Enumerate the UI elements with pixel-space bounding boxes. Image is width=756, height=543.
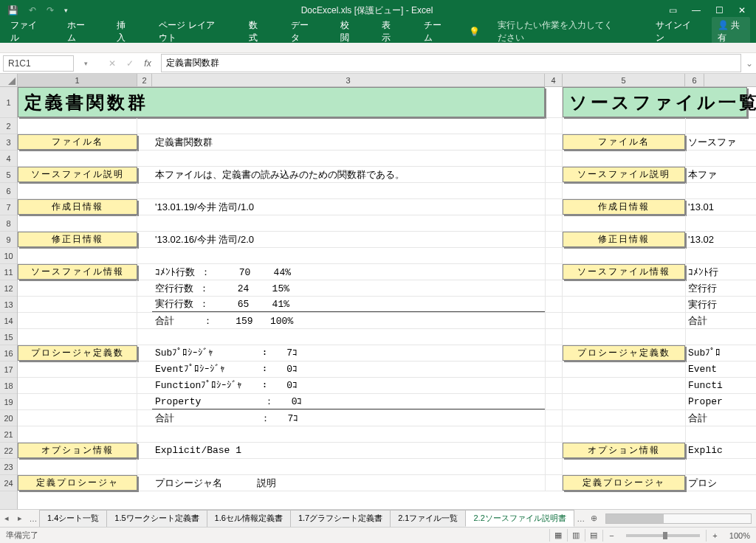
- share-icon: 👤: [718, 20, 729, 30]
- cell-value: 実行行数 ： 65 41%: [152, 297, 545, 312]
- row-header[interactable]: 11: [0, 264, 17, 280]
- spreadsheet-grid[interactable]: 1 2 3 4 5 6 1234567891011121314151617181…: [0, 74, 756, 509]
- save-icon[interactable]: 💾: [7, 5, 18, 15]
- row-header[interactable]: 14: [0, 313, 17, 329]
- sheet-tab[interactable]: 1.5ワークシート定義書: [106, 510, 207, 527]
- minimize-icon[interactable]: —: [692, 5, 701, 15]
- view-normal-icon[interactable]: ▦: [549, 529, 567, 542]
- row-header[interactable]: 16: [0, 345, 17, 362]
- field-label: 定義プロシージャ: [18, 475, 137, 491]
- row-header[interactable]: 5: [0, 167, 17, 183]
- cells-area[interactable]: 定義書関数群 ソースファイル一覧関数 ファイル名定義書関数群ファイル名ソースファ…: [18, 87, 756, 509]
- view-pagebreak-icon[interactable]: ▤: [585, 529, 602, 542]
- field-label: ソースファイル説明: [18, 167, 137, 182]
- col-header[interactable]: 1: [18, 74, 137, 86]
- row-header[interactable]: 7: [0, 199, 17, 215]
- cell-value: Subﾌﾟﾛ: [685, 345, 726, 361]
- grid-row: [18, 248, 756, 264]
- formula-expand-icon[interactable]: ⌄: [746, 58, 756, 69]
- signin-link[interactable]: サインイン: [656, 19, 694, 44]
- close-icon[interactable]: ✕: [738, 5, 746, 15]
- grid-row: Eventﾌﾟﾛｼｰｼﾞｬ ： 0ｺEvent: [18, 362, 756, 378]
- row-header[interactable]: 20: [0, 410, 17, 426]
- row-header[interactable]: 22: [0, 443, 17, 459]
- cell-value: 本ファ: [685, 167, 726, 182]
- tell-me-input[interactable]: 実行したい作業を入力してください: [498, 19, 620, 44]
- col-header[interactable]: 4: [545, 74, 563, 86]
- field-label: プロシージャ定義数: [18, 345, 137, 361]
- zoom-thumb[interactable]: [663, 532, 667, 539]
- fx-icon[interactable]: fx: [139, 58, 157, 69]
- row-header[interactable]: 13: [0, 297, 17, 313]
- row-header[interactable]: 6: [0, 183, 17, 199]
- horizontal-scrollbar[interactable]: [605, 513, 752, 524]
- sheet-nav-prev-icon[interactable]: ▸: [13, 513, 27, 523]
- grid-row: ソースファイル説明本ファイルは、定義書の読み込みのための関数群である。ソースファ…: [18, 167, 756, 183]
- sheet-nav-first-icon[interactable]: ◂: [0, 513, 13, 523]
- grid-row: プロシージャ定義数Subﾌﾟﾛｼｰｼﾞｬ ： 7ｺプロシージャ定義数Subﾌﾟﾛ: [18, 345, 756, 362]
- row-header[interactable]: 21: [0, 426, 17, 443]
- field-label: 修正日情報: [563, 232, 685, 247]
- sheet-tab[interactable]: 1.7グラフシート定義書: [290, 510, 391, 527]
- row-header[interactable]: 8: [0, 215, 17, 232]
- col-header[interactable]: 6: [685, 74, 704, 86]
- zoom-level[interactable]: 100%: [729, 531, 750, 540]
- row-header[interactable]: 4: [0, 151, 17, 167]
- sheet-nav-more2-icon[interactable]: …: [574, 514, 588, 523]
- scrollbar-thumb[interactable]: [606, 514, 664, 523]
- field-label: ソースファイル情報: [18, 264, 137, 280]
- sheet-tab[interactable]: 2.2ソースファイル説明書: [465, 510, 574, 527]
- col-header[interactable]: 2: [137, 74, 152, 86]
- maximize-icon[interactable]: ☐: [715, 5, 724, 15]
- view-pagelayout-icon[interactable]: ▥: [567, 529, 585, 542]
- zoom-out-icon[interactable]: −: [602, 530, 620, 542]
- cell-value: Property ： 0ｺ: [152, 394, 545, 409]
- row-header[interactable]: 18: [0, 378, 17, 394]
- col-header[interactable]: 3: [152, 74, 545, 86]
- new-sheet-icon[interactable]: ⊕: [588, 513, 601, 523]
- cell-value: '13.01: [685, 199, 726, 215]
- row-header[interactable]: 3: [0, 134, 17, 151]
- col-header[interactable]: 5: [563, 74, 685, 86]
- grid-row: [18, 118, 756, 134]
- row-header[interactable]: 19: [0, 394, 17, 410]
- row-header[interactable]: 17: [0, 362, 17, 378]
- undo-icon[interactable]: ↶: [29, 5, 36, 15]
- enter-formula-icon[interactable]: ✓: [121, 58, 139, 69]
- select-all-corner[interactable]: [0, 74, 18, 87]
- sheet-tab[interactable]: 1.4シート一覧: [39, 510, 107, 527]
- row-header[interactable]: 15: [0, 329, 17, 345]
- field-label: 作成日情報: [563, 199, 685, 215]
- sheet-nav-more-icon[interactable]: …: [27, 514, 40, 523]
- sheet-tab[interactable]: 1.6セル情報定義書: [207, 510, 291, 527]
- row-headers[interactable]: 123456789101112131415161718192021222324: [0, 87, 18, 509]
- zoom-in-icon[interactable]: +: [706, 530, 724, 542]
- cell-value: 実行行: [685, 297, 726, 312]
- row-header[interactable]: 2: [0, 118, 17, 134]
- cell-value: Functi: [685, 378, 726, 393]
- cancel-formula-icon[interactable]: ✕: [103, 58, 121, 69]
- zoom-slider[interactable]: [626, 534, 700, 537]
- field-label: オプション情報: [18, 443, 137, 458]
- row-header[interactable]: 10: [0, 248, 17, 264]
- field-label: 作成日情報: [18, 199, 137, 215]
- column-headers[interactable]: 1 2 3 4 5 6: [18, 74, 756, 87]
- cell-value: プロシ: [685, 475, 726, 491]
- formula-input[interactable]: 定義書関数群: [161, 54, 741, 72]
- qat-dropdown-icon[interactable]: ▾: [64, 7, 68, 14]
- ribbon-options-icon[interactable]: ▭: [669, 5, 677, 15]
- row-header[interactable]: 24: [0, 475, 17, 491]
- formula-bar: R1C1 ▾ ✕ ✓ fx 定義書関数群 ⌄: [0, 53, 756, 74]
- row-header[interactable]: 1: [0, 87, 17, 118]
- row-header[interactable]: 9: [0, 232, 17, 248]
- row-header[interactable]: 23: [0, 459, 17, 475]
- redo-icon[interactable]: ↷: [47, 5, 54, 15]
- grid-row: [18, 151, 756, 167]
- share-button[interactable]: 👤 共有: [712, 17, 751, 46]
- row-header[interactable]: 12: [0, 280, 17, 297]
- name-box[interactable]: R1C1: [3, 55, 74, 72]
- sheet-tab[interactable]: 2.1ファイル一覧: [390, 510, 466, 527]
- cell-value: '13.02: [685, 232, 726, 247]
- field-label: プロシージャ定義数: [563, 345, 685, 361]
- namebox-dropdown-icon[interactable]: ▾: [77, 60, 94, 67]
